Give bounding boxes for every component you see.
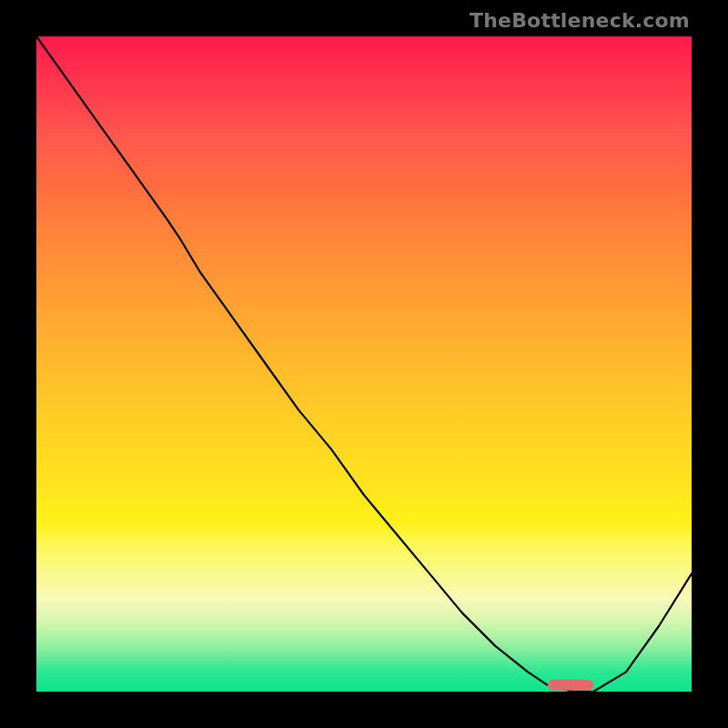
line-series [36,36,692,692]
figure: TheBottleneck.com [0,0,728,728]
chart-svg [36,36,692,692]
plot-area [36,36,692,692]
flat-marker [548,680,593,691]
watermark: TheBottleneck.com [470,9,690,32]
